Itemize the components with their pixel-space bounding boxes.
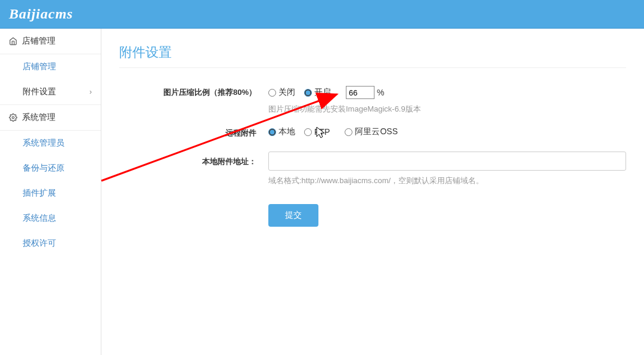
remote-radio-group: 本地 FTP 阿里云OSS [268,126,626,137]
sidebar-item-license[interactable]: 授权许可 [0,231,101,256]
row-local-path: 本地附件地址： 域名格式:http://www.baijiacms.com/，空… [119,152,626,186]
sidebar-item-label: 附件设置 [23,87,56,97]
row-compress: 图片压缩比例（推荐80%） 关闭 开启 % 图片压缩 [119,86,626,115]
submit-button[interactable]: 提交 [268,204,318,227]
sidebar-item-attachment-settings[interactable]: 附件设置 › [0,79,101,104]
radio-remote-oss[interactable]: 阿里云OSS [345,126,398,137]
chevron-right-icon: › [89,88,92,96]
percent-label: % [377,88,384,97]
radio-remote-local-input[interactable] [268,128,276,136]
local-path-input[interactable] [268,152,626,171]
sidebar-item-label: 店铺管理 [23,61,56,72]
page-title: 附件设置 [119,44,626,68]
main-container: 店铺管理 店铺管理 附件设置 › 系统管理 系统管理员 备份与还原 插件扩展 系… [0,29,644,355]
label-local-path: 本地附件地址： [119,152,268,168]
control-remote: 本地 FTP 阿里云OSS [268,126,626,137]
radio-label: 开启 [314,87,331,98]
radio-label: FTP [314,127,330,137]
sidebar-group-system[interactable]: 系统管理 [0,104,101,131]
sidebar-item-sysadmin[interactable]: 系统管理员 [0,131,101,156]
radio-label: 关闭 [278,87,295,98]
sidebar-item-label: 授权许可 [23,238,56,249]
gear-icon [9,113,17,122]
compress-radio-group: 关闭 开启 % [268,86,626,99]
sidebar-group-label: 系统管理 [22,112,55,123]
sidebar-item-store-management[interactable]: 店铺管理 [0,54,101,79]
header-bar: Baijiacms [0,0,644,29]
compress-value-input[interactable] [346,86,374,99]
control-compress: 关闭 开启 % 图片压缩功能需先安装ImageMagick-6.9版本 [268,86,626,115]
control-local-path: 域名格式:http://www.baijiacms.com/，空则默认采用店铺域… [268,152,626,186]
sidebar-group-label: 店铺管理 [22,36,55,47]
radio-compress-off-input[interactable] [268,89,276,97]
radio-compress-on-input[interactable] [304,89,312,97]
radio-remote-ftp-input[interactable] [304,128,312,136]
radio-compress-off[interactable]: 关闭 [268,87,295,98]
logo: Baijiacms [9,6,73,22]
radio-remote-ftp[interactable]: FTP [304,127,330,137]
compress-value-wrap: % [346,86,384,99]
home-icon [9,37,17,45]
compress-help: 图片压缩功能需先安装ImageMagick-6.9版本 [268,104,626,115]
radio-compress-on[interactable]: 开启 [304,87,331,98]
sidebar-group-store[interactable]: 店铺管理 [0,29,101,54]
svg-point-0 [12,116,14,119]
radio-label: 本地 [278,126,295,137]
sidebar-item-plugins[interactable]: 插件扩展 [0,181,101,206]
sidebar-item-label: 系统信息 [23,213,56,224]
sidebar-item-label: 系统管理员 [23,138,64,149]
label-remote: 远程附件 [119,126,268,140]
label-compress: 图片压缩比例（推荐80%） [119,86,268,99]
row-remote: 远程附件 本地 FTP 阿里云OSS [119,126,626,140]
radio-label: 阿里云OSS [355,126,398,137]
sidebar-item-label: 插件扩展 [23,188,56,199]
radio-remote-oss-input[interactable] [345,128,352,136]
sidebar-item-label: 备份与还原 [23,163,64,174]
sidebar: 店铺管理 店铺管理 附件设置 › 系统管理 系统管理员 备份与还原 插件扩展 系… [0,29,101,355]
main-content: 附件设置 图片压缩比例（推荐80%） 关闭 开启 % [101,29,644,355]
sidebar-item-sysinfo[interactable]: 系统信息 [0,206,101,231]
radio-remote-local[interactable]: 本地 [268,126,295,137]
local-path-help: 域名格式:http://www.baijiacms.com/，空则默认采用店铺域… [268,175,626,186]
sidebar-item-backup-restore[interactable]: 备份与还原 [0,156,101,181]
